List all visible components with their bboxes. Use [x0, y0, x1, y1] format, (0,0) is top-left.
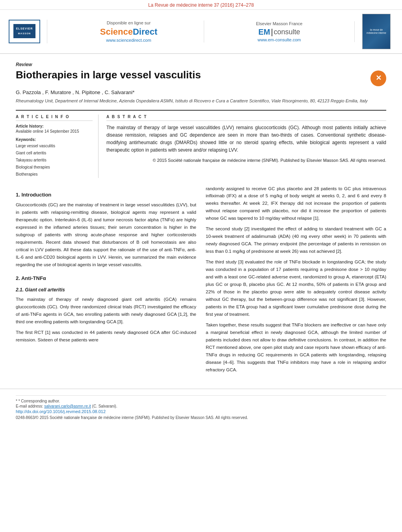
- article-content: Review Biotherapies in large vessel vasc…: [0, 54, 402, 385]
- right-text2: The second study [2] investigated the ef…: [206, 226, 386, 254]
- elsevier-logo: ELSEVIER MASSON: [9, 20, 40, 43]
- right-text1: randomly assigned to receive GC plus pla…: [206, 186, 386, 221]
- article-title-text: Biotherapies in large vessel vasculitis: [16, 69, 201, 81]
- elsevier-tree-icon: ELSEVIER MASSON: [13, 24, 35, 38]
- footnote-star: *: [16, 399, 19, 403]
- keyword-4: Biological therapies: [16, 164, 93, 171]
- gca-paragraph1: The mainstay of therapy of newly diagnos…: [16, 296, 196, 326]
- emconsulte-url[interactable]: www.em-consulte.com: [257, 37, 301, 42]
- corresponding-author-note: * * Corresponding author.: [16, 399, 386, 403]
- section2-heading: 2. Anti-TNFα: [16, 274, 196, 282]
- authors-text: G. Pazzola , F. Muratore , N. Pipitone ,…: [16, 89, 134, 95]
- authors-line: G. Pazzola , F. Muratore , N. Pipitone ,…: [16, 89, 386, 95]
- journal-header: ELSEVIER MASSON Disponible en ligne sur …: [0, 10, 402, 54]
- article-type-label: Review: [16, 62, 386, 67]
- footer-copyright-text: 0248-8663/© 2015 Société nationale franç…: [16, 415, 386, 420]
- emconsulte-top-text: Elsevier Masson France: [256, 21, 303, 26]
- keyword-2: Giant cell arteritis: [16, 150, 93, 157]
- article-footer: * * Corresponding author. E-mail address…: [0, 389, 402, 422]
- journal-cover: la revue de médecine interne: [362, 14, 391, 49]
- em-brand: EM | consulte: [258, 28, 300, 37]
- doi-text: http://dx.doi.org/10.1016/j.revmed.2015.…: [16, 409, 106, 414]
- right-paragraph1: randomly assigned to receive GC plus pla…: [206, 185, 386, 222]
- keyword-1: Large vessel vasculitis: [16, 143, 93, 150]
- email-footnote: E-mail address: salvarani.carlo@asmn.re.…: [16, 404, 386, 408]
- section2-sub1-heading: 2.1. Giant cell arteritis: [16, 286, 196, 294]
- elsevier-logo-block: ELSEVIER MASSON: [8, 20, 47, 43]
- cover-title: la revue de médecine interne: [364, 28, 389, 35]
- intro-paragraph: Glucocorticoids (GC) are the mainstay of…: [16, 201, 196, 269]
- em-divider: |: [271, 28, 273, 37]
- svg-text:ELSEVIER: ELSEVIER: [16, 27, 33, 30]
- email-label: E-mail address:: [16, 404, 43, 408]
- sciencedirect-url[interactable]: www.sciencedirect.com: [106, 38, 151, 43]
- body-columns: 1. Introduction Glucocorticoids (GC) are…: [16, 185, 386, 377]
- article-info-heading: A R T I C L E I N F O: [16, 115, 93, 121]
- consulte-part: consulte: [274, 28, 300, 36]
- svg-text:MASSON: MASSON: [18, 32, 30, 35]
- gca-text1: The mainstay of therapy of newly diagnos…: [16, 297, 196, 324]
- crossmark-badge[interactable]: ✕: [370, 70, 386, 86]
- direct-part: Direct: [133, 27, 157, 37]
- intro-text: Glucocorticoids (GC) are the mainstay of…: [16, 202, 196, 267]
- keyword-3: Takayasu arteritis: [16, 157, 93, 164]
- right-paragraph2: The second study [2] investigated the ef…: [206, 225, 386, 255]
- journal-citation: La Revue de médecine interne 37 (2016) 2…: [148, 2, 254, 8]
- footnote-label: * Corresponding author.: [19, 399, 60, 403]
- section1-heading: 1. Introduction: [16, 191, 196, 199]
- info-abstract-row: A R T I C L E I N F O Article history: A…: [16, 110, 386, 178]
- history-value: Available online 14 September 2015: [16, 129, 93, 133]
- abstract-copyright: © 2015 Société nationale française de mé…: [106, 157, 386, 164]
- em-part: EM: [258, 28, 270, 37]
- keyword-5: Biotherapies: [16, 171, 93, 178]
- footer-divider: [16, 395, 386, 396]
- body-right-col: randomly assigned to receive GC plus pla…: [206, 185, 386, 377]
- journal-cover-block: la revue de médecine interne: [359, 14, 394, 49]
- email-link[interactable]: salvarani.carlo@asmn.re.it: [44, 404, 91, 408]
- right-paragraph3: The third study [3] evaluated the role o…: [206, 258, 386, 318]
- right-text4: Taken together, these results suggest th…: [206, 323, 386, 372]
- science-part: Science: [100, 27, 133, 37]
- keywords-label: Keywords:: [16, 137, 93, 142]
- abstract-heading: A B S T R A C T: [106, 115, 386, 121]
- article-info-panel: A R T I C L E I N F O Article history: A…: [16, 115, 99, 178]
- doi-link[interactable]: http://dx.doi.org/10.1016/j.revmed.2015.…: [16, 409, 386, 414]
- affiliation-text: Rheumatology Unit, Department of Interna…: [16, 98, 386, 104]
- gca-text2: The first RCT [1] was conducted in 44 pa…: [16, 330, 196, 342]
- sciencedirect-block: Disponible en ligne sur ScienceDirect ww…: [54, 20, 204, 43]
- svg-rect-0: [13, 24, 35, 38]
- journal-top-bar: La Revue de médecine interne 37 (2016) 2…: [0, 0, 402, 10]
- emconsulte-block: Elsevier Masson France EM | consulte www…: [204, 21, 355, 42]
- sciencedirect-brand: ScienceDirect: [100, 27, 158, 37]
- abstract-panel: A B S T R A C T The mainstay of therapy …: [106, 115, 386, 178]
- body-left-col: 1. Introduction Glucocorticoids (GC) are…: [16, 185, 196, 377]
- gca-paragraph2: The first RCT [1] was conducted in 44 pa…: [16, 329, 196, 344]
- disponible-text: Disponible en ligne sur: [107, 20, 151, 25]
- author-name-footnote: (C. Salvarani).: [92, 404, 117, 408]
- article-title-row: Biotherapies in large vessel vasculitis …: [16, 69, 386, 86]
- history-label: Article history:: [16, 124, 93, 128]
- keywords-list: Large vessel vasculitis Giant cell arter…: [16, 143, 93, 178]
- right-paragraph4: Taken together, these results suggest th…: [206, 321, 386, 374]
- page: La Revue de médecine interne 37 (2016) 2…: [0, 0, 402, 532]
- right-text3: The third study [3] evaluated the role o…: [206, 260, 386, 317]
- abstract-text: The mainstay of therapy of large vessel …: [106, 124, 386, 154]
